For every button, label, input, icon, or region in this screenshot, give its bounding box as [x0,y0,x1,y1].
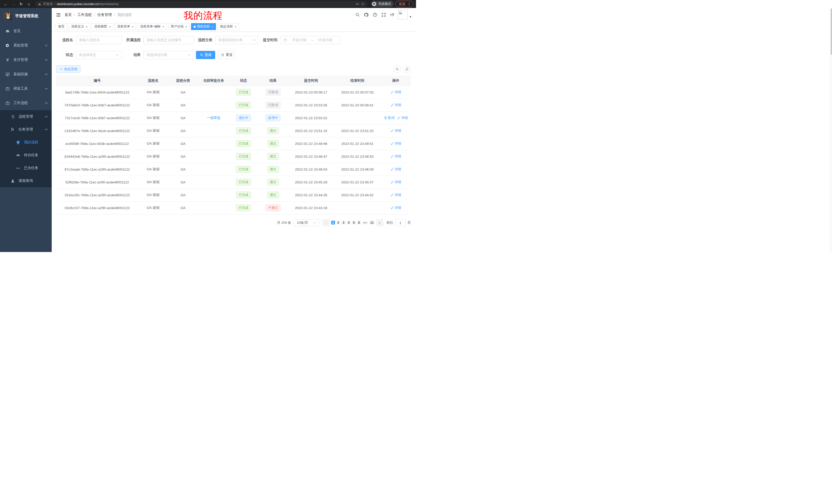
sidebar-item-home[interactable]: 首页 [0,24,51,38]
cell-result: 通过 [258,189,288,201]
tab-流程表单-编辑[interactable]: 流程表单-编辑× [137,23,166,30]
list-icon [10,115,15,119]
browser-chrome: ← → ↻ ⌂ 不安全 dashboard.yudao.iocoder.cn/b… [0,0,416,8]
caret-down-icon[interactable]: ▼ [409,15,412,18]
tab-用户分组[interactable]: 用户分组× [168,23,189,30]
breadcrumb-item[interactable]: 任务管理 [98,12,112,17]
tab-发起流程[interactable]: 发起流程× [217,23,239,30]
monitor-icon [5,72,10,77]
more-pages-button[interactable]: ••• [362,221,368,224]
detail-link[interactable]: 详情 [397,116,408,120]
browser-menu-icon[interactable]: ⋮ [408,2,411,6]
table-row: 67c2eaab-7b9a-11ec-a290-acde48001122OA 请… [56,163,411,176]
close-tab-icon[interactable]: × [212,25,213,28]
sidebar-item-infra[interactable]: 基础设施 [0,67,51,81]
next-page-button[interactable]: › [376,219,383,226]
sidebar-item-todo-tasks[interactable]: 待办任务 [0,149,51,162]
search-button[interactable]: 搜索 [196,51,215,59]
page-button-5[interactable]: 5 [352,221,356,225]
fullscreen-icon[interactable] [381,12,386,17]
tab-流程表单[interactable]: 流程表单× [115,23,136,30]
sidebar-item-label: 我的流程 [24,140,48,145]
jumper-suffix: 页 [408,220,411,225]
page-button-11[interactable]: 11 [369,221,375,225]
detail-link[interactable]: 详情 [391,103,401,107]
filter-name-label: 流程名 [56,38,73,43]
sidebar-item-payment[interactable]: ¥ 支付管理 [0,53,51,67]
github-icon[interactable] [364,12,369,17]
sidebar-item-task-mgmt[interactable]: 任务管理 [0,123,51,136]
sidebar-item-leave-query[interactable]: 请假查询 [0,174,51,187]
help-icon[interactable] [372,12,378,17]
close-tab-icon[interactable]: × [86,25,87,28]
detail-link[interactable]: 详情 [391,193,401,197]
detail-link[interactable]: 详情 [391,167,401,172]
close-tab-icon[interactable]: × [109,25,110,28]
result-select[interactable]: 请选择流结果 [144,51,194,59]
breadcrumb-item[interactable]: 工作流程 [77,12,92,17]
status-select[interactable]: 请选择状态 [76,51,122,59]
sidebar-item-process-mgmt[interactable]: 流程管理 [0,110,51,123]
avatar[interactable] [398,10,408,20]
detail-link[interactable]: 详情 [391,154,401,159]
home-icon[interactable]: ⌂ [26,1,32,7]
sidebar-item-system[interactable]: 系统管理 [0,38,51,53]
detail-link[interactable]: 详情 [391,205,401,210]
search-icon[interactable] [355,12,360,17]
app-logo-row[interactable]: 🐰 芋道管理系统 [0,8,51,24]
cell-name: OA 请假 [138,201,168,214]
close-tab-icon[interactable]: × [162,25,164,28]
tab-首页[interactable]: 首页 [55,23,67,30]
current-task-link[interactable]: 一级审批 [207,116,220,120]
refresh-table-button[interactable] [403,65,411,73]
close-tab-icon[interactable]: × [132,25,133,28]
close-tab-icon[interactable]: × [185,25,187,28]
reload-icon[interactable]: ↻ [18,1,24,7]
process-name-input[interactable]: 请输入流程名 [76,36,122,44]
submit-time-range-picker[interactable]: 开始日期 - 结束日期 [280,36,341,44]
forward-icon[interactable]: → [10,1,17,7]
key-icon[interactable] [356,2,359,6]
page-jump-input[interactable] [395,219,406,226]
page-button-4[interactable]: 4 [347,221,351,225]
back-icon[interactable]: ← [3,1,9,7]
detail-link[interactable]: 详情 [391,180,401,185]
cell-status: 已完成 [229,163,258,176]
collapse-sidebar-icon[interactable] [56,12,61,18]
show-search-toggle-button[interactable] [393,65,401,73]
page-button-2[interactable]: 2 [336,221,340,225]
sidebar-item-label: 待办任务 [24,153,48,158]
cancel-link[interactable]: 取消 [384,116,395,120]
tab-我的流程[interactable]: 我的流程× [191,23,216,30]
tab-流程定义[interactable]: 流程定义× [69,23,90,30]
page-size-select[interactable]: 10条/页 [294,219,319,226]
detail-link[interactable]: 详情 [391,129,401,133]
sidebar: 🐰 芋道管理系统 首页 系统管理 ¥ 支付管理 基础设施 研发工具 [0,8,51,252]
font-size-icon[interactable]: TT [390,12,394,17]
reset-button[interactable]: 重置 [218,51,235,59]
detail-link[interactable]: 详情 [391,90,401,94]
page-button-6[interactable]: 6 [357,221,361,225]
cell-end-time: 2022-01-23 00:07:03 [334,86,381,99]
status-badge: 已完成 [236,179,251,186]
breadcrumb-item[interactable]: 首页 [64,12,72,17]
process-definition-input[interactable]: 请输入流程定义的编号 [144,36,194,44]
update-button[interactable]: 更新 ⋮ [395,1,413,7]
sidebar-item-workflow[interactable]: 工作流程 [0,96,51,110]
process-category-select[interactable]: 请选择流程分类 [215,36,259,44]
url-bar[interactable]: 不安全 dashboard.yudao.iocoder.cn/bpm/task/… [35,1,368,7]
tab-流程模型[interactable]: 流程模型× [92,23,113,30]
create-process-button[interactable]: ＋ 发起流程 [56,65,80,73]
filter-definition-label: 所属流程 [126,38,141,43]
cell-actions: 详情 [381,137,411,150]
sidebar-item-my-process[interactable]: 我的流程 [0,136,51,149]
detail-link[interactable]: 详情 [391,141,401,146]
close-tab-icon[interactable]: × [235,25,236,28]
bookmark-star-icon[interactable]: ☆ [361,2,365,6]
sidebar-item-devtools[interactable]: 研发工具 [0,81,51,96]
status-badge: 已完成 [236,153,251,160]
sidebar-item-done-tasks[interactable]: 已办任务 [0,162,51,174]
page-button-3[interactable]: 3 [341,221,345,225]
page-button-1[interactable]: 1 [331,221,335,225]
prev-page-button[interactable]: ‹ [323,219,330,226]
